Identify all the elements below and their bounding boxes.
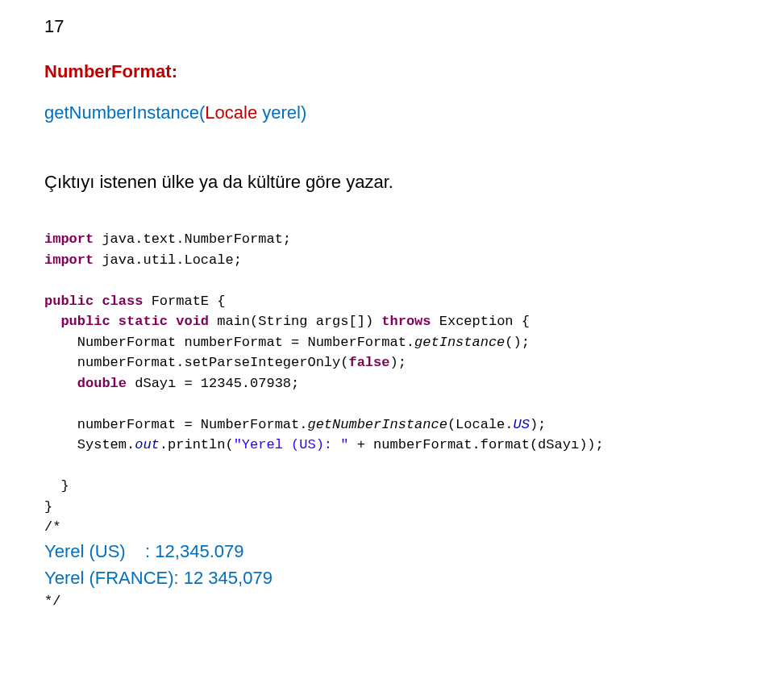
signature-after: ) [301,102,306,123]
code-text: } [44,499,52,515]
signature-param-name: yerel [257,102,301,123]
keyword-import: import [44,231,94,247]
keyword-throws: throws [381,314,431,329]
code-text: ); [389,355,406,370]
output-line: Yerel (FRANCE): 12 345,079 [44,568,273,588]
code-text: System. [44,437,135,452]
comment-end: */ [44,594,60,609]
code-text: } [44,478,69,494]
code-text: numberFormat.setParseIntegerOnly( [44,355,348,370]
code-block: import java.text.NumberFormat; import ja… [44,229,726,611]
signature-before: getNumberInstance( [44,102,205,123]
code-text: main(String args[]) [209,314,381,329]
code-text: Exception { [431,314,530,329]
code-text: java.util.Locale; [94,252,242,268]
code-text: + numberFormat.format(dSayı)); [348,437,603,452]
signature-param-type: Locale [205,102,257,123]
code-text: getNumberInstance [307,417,447,432]
code-text: US [514,417,530,432]
code-text [44,376,77,391]
code-text: NumberFormat numberFormat = NumberFormat… [44,335,414,350]
code-string: "Yerel (US): " [234,437,349,452]
keyword-public: public [60,314,110,329]
description-text: Çıktıyı istenen ülke ya da kültüre göre … [44,172,726,193]
keyword-public: public [44,294,94,309]
code-text: java.text.NumberFormat; [94,231,291,247]
code-text: (Locale. [447,417,514,432]
code-text: ); [530,417,546,432]
code-text: (); [505,335,530,350]
section-title: NumberFormat: [44,61,726,82]
keyword-double: double [77,376,127,391]
keyword-class: class [102,294,143,309]
page-number: 17 [44,16,726,37]
code-text: out [135,437,160,452]
code-text: .println( [160,437,234,452]
code-text: FormatE { [143,294,225,309]
code-text: numberFormat = NumberFormat. [44,417,307,432]
method-signature: getNumberInstance(Locale yerel) [44,102,726,123]
code-text: getInstance [414,335,505,350]
output-line: Yerel (US) : 12,345.079 [44,541,243,561]
code-text: dSayı = 12345.07938; [127,376,299,391]
keyword-static: static [119,314,168,329]
comment-start: /* [44,519,60,535]
keyword-false: false [348,355,389,370]
keyword-void: void [176,314,209,329]
keyword-import: import [44,252,94,268]
